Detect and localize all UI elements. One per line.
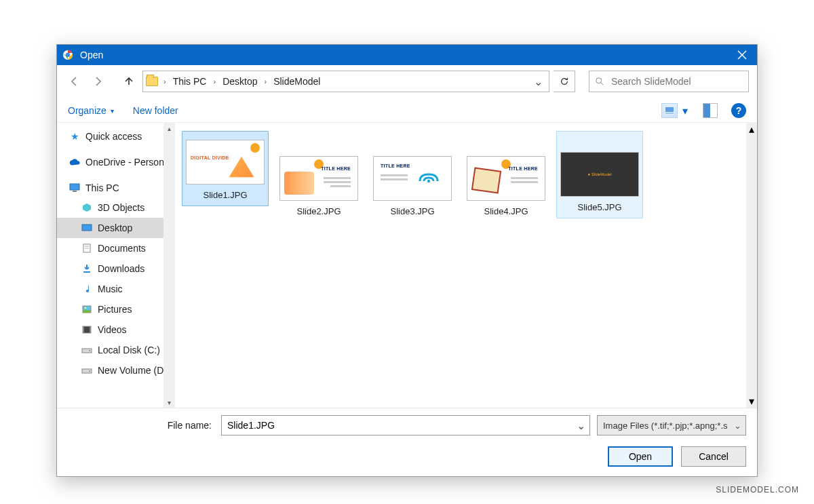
nav-3d-objects[interactable]: 3D Objects <box>57 197 174 218</box>
file-tile[interactable]: TITLE HERE Slide2.JPG <box>275 131 362 222</box>
music-icon <box>81 284 92 294</box>
video-icon <box>81 324 92 335</box>
breadcrumb-slidemodel[interactable]: SlideModel <box>269 71 324 92</box>
svg-rect-20 <box>90 326 91 333</box>
nav-forward-button[interactable] <box>88 72 107 91</box>
scroll-down-icon[interactable]: ▾ <box>163 397 174 408</box>
nav-documents[interactable]: Documents <box>57 238 174 258</box>
file-tile[interactable]: ● SlideModel Slide5.JPG <box>556 131 643 218</box>
open-button[interactable]: Open <box>608 446 673 467</box>
chevron-right-icon: › <box>212 77 217 85</box>
titlebar: Open <box>57 45 757 65</box>
pictures-icon <box>81 304 92 315</box>
filename-field-wrapper: ⌄ <box>221 415 590 435</box>
nav-scrollbar[interactable]: ▴ ▾ <box>163 123 174 408</box>
search-input[interactable] <box>610 75 743 88</box>
files-scrollbar[interactable]: ▴ ▾ <box>746 123 757 408</box>
file-list[interactable]: DIGITAL DIVIDE Slide1.JPG TITLE HERE Sli… <box>175 123 757 408</box>
dialog-title: Open <box>80 50 103 60</box>
file-name: Slide2.JPG <box>276 206 362 216</box>
svg-point-25 <box>427 180 430 182</box>
breadcrumb-dropdown[interactable]: ⌄ <box>530 75 546 88</box>
nav-up-button[interactable] <box>119 72 138 91</box>
view-thumbnails-button[interactable] <box>661 103 678 118</box>
file-tile[interactable]: TITLE HERE Slide3.JPG <box>369 131 456 222</box>
nav-label: This PC <box>85 182 119 193</box>
chevron-right-icon: › <box>162 77 168 85</box>
nav-music[interactable]: Music <box>57 279 174 299</box>
scroll-up-icon[interactable]: ▴ <box>749 123 754 136</box>
cancel-button[interactable]: Cancel <box>681 446 746 467</box>
chevron-down-icon: ⌄ <box>734 421 741 431</box>
filename-label: File name: <box>68 420 214 431</box>
view-dropdown[interactable]: ▾ <box>680 103 691 118</box>
this-pc-icon <box>69 182 80 193</box>
nav-label: New Volume (D: <box>98 365 166 376</box>
file-name: Slide4.JPG <box>463 206 549 216</box>
nav-new-volume-d[interactable]: New Volume (D: <box>57 360 174 381</box>
nav-label: Desktop <box>98 222 132 233</box>
watermark: SLIDEMODEL.COM <box>716 485 799 495</box>
scroll-down-icon[interactable]: ▾ <box>749 395 754 408</box>
svg-rect-9 <box>70 184 79 190</box>
file-thumbnail: ● SlideModel <box>560 152 639 197</box>
cube-icon <box>81 202 92 213</box>
desktop-icon <box>81 222 92 233</box>
file-tile[interactable]: DIGITAL DIVIDE Slide1.JPG <box>182 131 269 206</box>
thumb-text: TITLE HERE <box>381 163 410 168</box>
nav-this-pc[interactable]: This PC <box>57 178 174 197</box>
chevron-down-icon: ▾ <box>111 107 114 115</box>
folder-icon <box>146 77 158 86</box>
svg-rect-8 <box>665 113 674 114</box>
filename-dropdown[interactable]: ⌄ <box>572 419 589 432</box>
help-button[interactable]: ? <box>731 103 746 118</box>
svg-point-4 <box>596 78 602 83</box>
new-folder-button[interactable]: New folder <box>133 105 178 116</box>
nav-label: Pictures <box>98 304 132 315</box>
drive-icon <box>81 365 92 376</box>
navigation-pane: ★ Quick access OneDrive - Person This PC… <box>57 123 175 408</box>
search-box[interactable] <box>589 71 749 92</box>
svg-point-17 <box>85 307 87 309</box>
breadcrumb-bar[interactable]: › This PC › Desktop › SlideModel ⌄ <box>142 71 549 92</box>
breadcrumb-this-pc[interactable]: This PC <box>169 71 211 92</box>
nav-desktop[interactable]: Desktop <box>57 218 174 238</box>
nav-pictures[interactable]: Pictures <box>57 299 174 319</box>
scroll-up-icon[interactable]: ▴ <box>163 123 174 134</box>
nav-label: Documents <box>98 243 146 254</box>
filter-label: Image Files (*.tif;*.pjp;*.apng;*.s <box>603 421 728 431</box>
organize-menu[interactable]: Organize ▾ <box>68 105 114 116</box>
file-thumbnail: TITLE HERE <box>467 156 545 201</box>
nav-label: Downloads <box>98 263 144 274</box>
svg-rect-10 <box>73 191 77 192</box>
thumb-text: DIGITAL DIVIDE <box>191 155 229 160</box>
file-name: Slide1.JPG <box>182 190 268 200</box>
onedrive-icon <box>69 157 80 168</box>
nav-label: Videos <box>98 324 127 335</box>
svg-rect-7 <box>665 107 674 112</box>
chevron-right-icon: › <box>263 77 269 85</box>
toolbar: Organize ▾ New folder ▾ ? <box>57 96 757 123</box>
download-icon <box>81 263 92 274</box>
dialog-body: ★ Quick access OneDrive - Person This PC… <box>57 123 757 408</box>
nav-local-disk-c[interactable]: Local Disk (C:) <box>57 340 174 360</box>
filename-input[interactable] <box>222 420 572 431</box>
nav-videos[interactable]: Videos <box>57 319 174 340</box>
nav-label: 3D Objects <box>98 202 144 213</box>
svg-rect-15 <box>83 271 90 273</box>
nav-downloads[interactable]: Downloads <box>57 258 174 279</box>
refresh-button[interactable] <box>554 71 575 92</box>
organize-label: Organize <box>68 105 106 116</box>
file-name: Slide3.JPG <box>370 206 455 216</box>
chrome-icon <box>62 50 73 60</box>
preview-pane-toggle[interactable] <box>703 103 718 118</box>
close-button[interactable] <box>727 45 757 65</box>
filetype-filter[interactable]: Image Files (*.tif;*.pjp;*.apng;*.s ⌄ <box>597 415 746 435</box>
nav-onedrive[interactable]: OneDrive - Person <box>57 153 174 172</box>
nav-quick-access[interactable]: ★ Quick access <box>57 127 174 146</box>
file-tile[interactable]: TITLE HERE Slide4.JPG <box>463 131 549 222</box>
quick-access-icon: ★ <box>69 131 80 142</box>
breadcrumb-desktop[interactable]: Desktop <box>218 71 261 92</box>
document-icon <box>81 243 92 254</box>
nav-back-button[interactable] <box>65 72 84 91</box>
